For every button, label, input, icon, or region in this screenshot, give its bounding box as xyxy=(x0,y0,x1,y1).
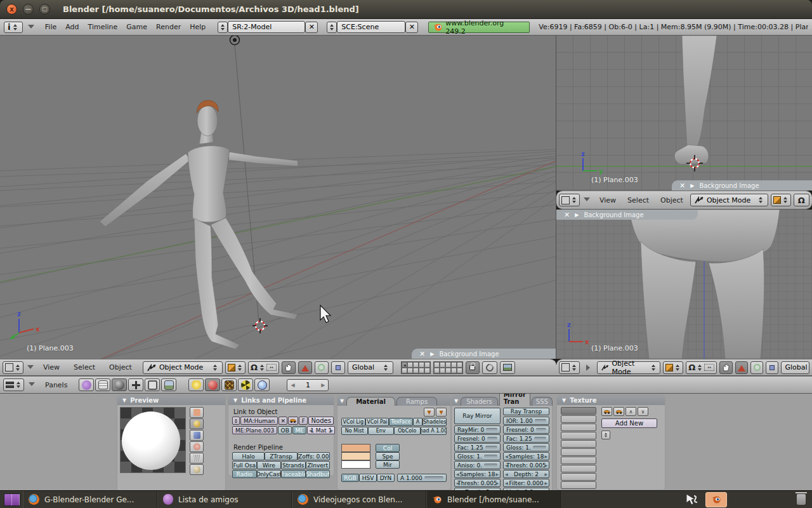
material-name-field[interactable]: MA:Human xyxy=(240,417,278,425)
collapse-icon[interactable]: ▼ xyxy=(340,398,344,404)
shader-field[interactable]: Filter: 0.000 xyxy=(503,479,549,487)
texture-channel-slots[interactable] xyxy=(561,407,596,489)
script-arrow-tray-icon[interactable] xyxy=(685,493,699,506)
menu-item[interactable]: Select xyxy=(69,363,100,371)
editing-context-button[interactable] xyxy=(145,378,160,391)
object-context-button[interactable] xyxy=(128,378,143,391)
scene-name-field[interactable]: SCE:Scene xyxy=(337,21,405,33)
viewport-front[interactable]: z x ✕ ▶ Background Image (1) Plane.003 xyxy=(556,210,812,359)
material-toggle-button[interactable]: ObColo xyxy=(394,427,421,435)
me-button[interactable]: ME xyxy=(292,426,306,434)
menu-item[interactable]: Object xyxy=(656,196,688,204)
tab-ramps[interactable]: Ramps xyxy=(396,397,437,406)
scene-context-button[interactable] xyxy=(161,378,176,391)
shader-field[interactable]: Gloss: 1. xyxy=(454,452,501,460)
preview-panel-header[interactable]: ▼ Preview xyxy=(117,396,225,405)
orientation-dropdown[interactable]: Global xyxy=(348,361,393,374)
specular-color-swatch[interactable] xyxy=(341,452,370,460)
menu-item[interactable]: Render xyxy=(152,23,185,31)
layers-group-2[interactable] xyxy=(433,361,463,374)
material-toggle-button[interactable]: VCol Pai xyxy=(365,418,390,426)
pipeline-toggle-button[interactable]: Halo xyxy=(232,452,265,460)
shader-field[interactable]: Depth: 2 xyxy=(503,470,549,478)
draw-type-button[interactable] xyxy=(225,361,246,374)
close-window-icon[interactable]: x xyxy=(6,4,17,15)
screen-browse-button[interactable] xyxy=(218,22,228,33)
material-toggle-button[interactable]: A xyxy=(413,418,423,426)
screen-delete-button[interactable]: ✕ xyxy=(305,22,318,33)
close-icon[interactable]: ✕ xyxy=(419,350,425,358)
preview-hair-button[interactable] xyxy=(190,453,204,464)
shader-field[interactable]: Samples: 18 xyxy=(454,470,501,478)
material-delete-button[interactable]: ✕ xyxy=(278,417,287,425)
ray-transp-toggle[interactable]: Ray Transp xyxy=(503,408,549,415)
preview-cube-button[interactable] xyxy=(190,430,204,441)
menu-item[interactable]: Object xyxy=(105,363,136,371)
translate-manipulator-button[interactable] xyxy=(298,361,312,374)
next-frame-icon[interactable]: ▶ xyxy=(321,382,325,388)
shader-field[interactable]: Fresnel: 0 xyxy=(454,434,501,443)
tab-shaders[interactable]: Shaders xyxy=(461,397,498,406)
material-browse-button[interactable] xyxy=(232,417,240,425)
render-preview-button[interactable] xyxy=(500,361,515,374)
pipeline-toggle-button[interactable]: Traceable xyxy=(281,470,306,478)
shader-field[interactable]: Fresnel: 0 xyxy=(503,425,549,434)
material-index-field[interactable]: 1 Mat 1 xyxy=(307,426,335,434)
background-image-panel[interactable]: ✕ ▶ Background Image xyxy=(672,180,812,190)
close-icon[interactable]: ✕ xyxy=(564,211,570,219)
prev-frame-icon[interactable]: ◀ xyxy=(291,382,294,388)
pipeline-toggle-button[interactable]: Shadbuf xyxy=(306,470,331,478)
collapse-icon[interactable]: ▼ xyxy=(122,398,126,403)
menu-item[interactable]: File xyxy=(41,23,61,31)
shader-field[interactable]: Gloss: 1. xyxy=(503,443,549,451)
alpha-slider[interactable]: A 1.000 xyxy=(397,474,447,482)
layers-group-1[interactable] xyxy=(401,361,431,374)
background-image-panel[interactable]: ✕ ▶ Background Image xyxy=(412,349,556,359)
rotate-manipulator-button[interactable] xyxy=(315,361,329,374)
color-mode-button[interactable]: HSV xyxy=(359,474,377,482)
collapse-menu-icon[interactable] xyxy=(29,382,35,389)
viewport-type-button[interactable] xyxy=(3,361,23,374)
move-channel-up-button[interactable]: ∧ xyxy=(625,407,636,416)
pipeline-toggle-button[interactable]: OnlyCast xyxy=(257,470,282,478)
close-icon[interactable]: ✕ xyxy=(679,182,685,190)
minimize-window-icon[interactable]: — xyxy=(23,4,34,15)
expand-icon[interactable]: ▶ xyxy=(430,351,434,357)
window-titlebar[interactable]: x — ▢ Blender [/home/suanero/Documentos/… xyxy=(0,0,812,19)
pipeline-toggle-button[interactable]: Wire xyxy=(257,461,282,469)
menu-item[interactable]: Help xyxy=(185,23,210,31)
move-channel-down-button[interactable]: ∨ xyxy=(638,407,648,416)
collapse-icon[interactable]: ▼ xyxy=(562,398,566,403)
scale-manipulator-button[interactable] xyxy=(331,361,345,374)
paste-material-button[interactable]: ▼ xyxy=(436,408,447,417)
preview-sphere-button[interactable] xyxy=(190,418,204,429)
trash-icon[interactable] xyxy=(797,494,806,505)
add-new-texture-button[interactable]: Add New xyxy=(601,418,657,428)
material-toggle-button[interactable]: No Mist xyxy=(341,427,368,435)
pipeline-toggle-button[interactable]: Strands xyxy=(281,461,306,469)
blender-tray-launcher[interactable] xyxy=(705,492,727,507)
channel-button[interactable]: Col xyxy=(376,444,400,452)
scene-browse-button[interactable] xyxy=(327,22,337,33)
viewport-type-button[interactable] xyxy=(559,194,580,206)
mirror-color-swatch[interactable] xyxy=(341,460,370,469)
material-toggle-button[interactable]: had A 1.00 xyxy=(421,427,447,435)
material-buttons-button[interactable] xyxy=(205,378,220,391)
mode-dropdown[interactable]: Object Mode xyxy=(690,194,768,206)
mode-dropdown[interactable]: Object Mode xyxy=(143,361,223,374)
shader-field[interactable]: IOR: 1.00 xyxy=(503,417,549,425)
material-toggle-button[interactable]: TexFace xyxy=(389,418,413,426)
leg-model-side[interactable] xyxy=(674,36,717,164)
task-pidgin-buddylist[interactable]: Lista de amigos xyxy=(157,491,292,508)
screen-name-field[interactable]: SR:2-Model xyxy=(228,21,305,33)
lamp-buttons-button[interactable] xyxy=(188,378,204,391)
material-toggle-button[interactable]: Env xyxy=(368,427,395,435)
menu-item[interactable]: Game xyxy=(122,23,152,31)
world-buttons-button[interactable] xyxy=(254,378,270,391)
paste-texture-button[interactable] xyxy=(613,407,624,416)
pipeline-toggle-button[interactable]: ZInvert xyxy=(306,461,331,469)
texture-browse-button[interactable] xyxy=(601,431,610,439)
manipulator-toggle-button[interactable] xyxy=(719,361,733,374)
pipeline-toggle-button[interactable]: ZTransp xyxy=(265,452,297,460)
draw-type-button[interactable] xyxy=(663,361,683,374)
